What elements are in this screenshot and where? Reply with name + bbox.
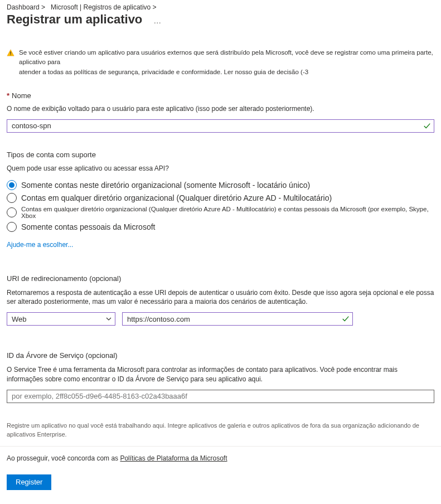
service-tree-heading: ID da Árvore de Serviço (opcional) [7,351,434,360]
platform-selected-value: Web [12,315,27,323]
radio-label: Somente contas neste diretório organizac… [21,181,310,190]
radio-circle-icon [7,207,17,217]
consent-text: Ao prosseguir, você concorda com as Polí… [7,454,434,462]
redirect-uri-input[interactable] [122,312,353,326]
radio-circle-icon [7,180,17,190]
radio-circle-icon [7,193,17,203]
radio-circle-icon [7,222,17,232]
svg-rect-0 [10,51,11,54]
warning-text-line2: atender a todas as políticas de seguranç… [19,69,224,75]
required-indicator: * [7,91,9,100]
account-type-radio-1[interactable]: Contas em qualquer diretório organizacio… [7,193,434,203]
page-title: Registrar um aplicativo [7,12,142,27]
warning-banner: Se você estiver criando um aplicativo pa… [7,48,434,77]
help-me-choose-link[interactable]: Ajude-me a escolher... [7,241,434,249]
account-type-radio-0[interactable]: Somente contas neste diretório organizac… [7,180,434,190]
breadcrumb: Dashboard > Microsoft | Registros de apl… [7,3,434,11]
account-type-radio-3[interactable]: Somente contas pessoais da Microsoft [7,222,434,232]
radio-label: Contas em qualquer diretório organizacio… [21,193,332,202]
name-description: O nome de exibição voltado para o usuári… [7,104,434,114]
radio-label: Contas em qualquer diretório organizacio… [21,206,434,219]
radio-label: Somente contas pessoais da Microsoft [21,222,155,231]
divider [0,446,441,447]
service-tree-input[interactable] [7,390,434,403]
account-types-heading: Tipos de conta com suporte [7,151,434,159]
warning-text-line1: Se você estiver criando um aplicativo pa… [19,49,433,65]
enterprise-apps-note: Registre um aplicativo no qual você está… [7,421,434,439]
breadcrumb-dashboard[interactable]: Dashboard > [7,3,45,11]
breadcrumb-app-registrations[interactable]: Microsoft | Registros de aplicativo > [51,3,157,11]
register-button[interactable]: Register [7,474,51,490]
platform-policies-link[interactable]: Políticas de Plataforma da Microsoft [120,454,227,462]
account-types-subtext: Quem pode usar esse aplicativo ou acessa… [7,164,434,172]
account-type-radio-2[interactable]: Contas em qualquer diretório organizacio… [7,206,434,219]
redirect-uri-description: Retornaremos a resposta de autenticação … [7,288,434,307]
more-actions-button[interactable]: … [153,16,162,25]
name-input[interactable] [7,119,434,133]
svg-rect-1 [10,55,11,55]
warning-guide-link[interactable]: Ler nosso guia de decisão (-3 [224,69,309,75]
name-label: Nome [12,91,31,100]
warning-icon [7,48,14,59]
service-tree-description: O Service Tree é uma ferramenta da Micro… [7,365,434,384]
redirect-uri-heading: URI de redirecionamento (opcional) [7,274,434,283]
platform-dropdown[interactable]: Web [7,312,115,326]
